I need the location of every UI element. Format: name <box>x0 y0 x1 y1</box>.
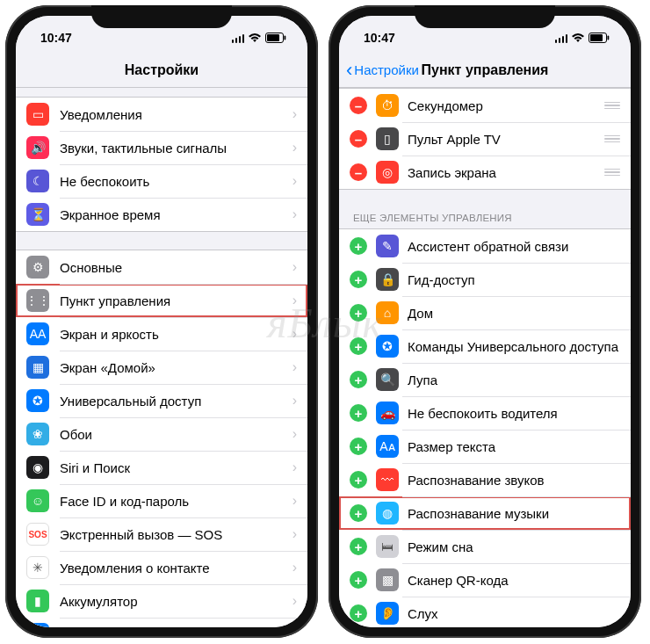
battery-icon: ▮ <box>26 590 49 612</box>
notch <box>415 5 555 28</box>
settings-row[interactable]: ✋Конфиденциальность› <box>16 618 307 627</box>
settings-row[interactable]: ☺Face ID и код-пароль› <box>16 484 307 517</box>
more-control-row[interactable]: +🛏Режим сна <box>339 530 631 563</box>
settings-row[interactable]: ⏳Экранное время› <box>16 198 307 231</box>
add-button[interactable]: + <box>350 571 367 589</box>
hearing-icon: 👂 <box>376 602 399 625</box>
row-label: Основные <box>60 260 292 275</box>
settings-row[interactable]: ✳Уведомления о контакте› <box>16 551 307 584</box>
cellular-icon <box>555 33 568 43</box>
chevron-right-icon: › <box>292 526 297 542</box>
accessibility-shortcut-icon: ✪ <box>376 335 399 358</box>
settings-row[interactable]: ▮Аккумулятор› <box>16 584 307 618</box>
settings-row[interactable]: ❀Обои› <box>16 417 307 451</box>
privacy-icon: ✋ <box>26 623 49 627</box>
svg-rect-4 <box>590 34 603 41</box>
chevron-right-icon: › <box>292 426 297 442</box>
add-button[interactable]: + <box>350 438 367 455</box>
add-button[interactable]: + <box>350 471 367 488</box>
add-button[interactable]: + <box>350 604 367 622</box>
remove-button[interactable]: – <box>350 97 367 114</box>
chevron-right-icon: › <box>292 626 297 627</box>
guided-access-icon: 🔒 <box>376 268 399 291</box>
add-button[interactable]: + <box>350 304 367 322</box>
add-button[interactable]: + <box>350 538 367 555</box>
settings-row[interactable]: ▭Уведомления› <box>16 98 307 131</box>
settings-row[interactable]: AAЭкран и яркость› <box>16 317 307 351</box>
included-control-row[interactable]: –⏱Секундомер <box>339 89 631 122</box>
dnd-icon: ☾ <box>26 170 49 192</box>
more-control-row[interactable]: +⌂Дом <box>339 296 631 329</box>
wifi-icon <box>571 33 585 43</box>
add-button[interactable]: + <box>350 237 367 255</box>
phone-left-frame: 10:47 Настройки ▭Уведомления›🔊Звуки, так… <box>5 5 318 638</box>
row-label: Распознавание звуков <box>408 473 620 488</box>
magnifier-icon: 🔍 <box>376 368 399 391</box>
more-control-row[interactable]: +🚗Не беспокоить водителя <box>339 396 631 430</box>
settings-row[interactable]: ▦Экран «Домой»› <box>16 351 307 384</box>
chevron-right-icon: › <box>292 293 297 308</box>
row-label: Лупа <box>408 373 620 387</box>
more-control-row[interactable]: +🔒Гид-доступ <box>339 263 631 296</box>
chevron-right-icon: › <box>292 393 297 409</box>
add-button[interactable]: + <box>350 337 367 355</box>
settings-list[interactable]: ▭Уведомления›🔊Звуки, тактильные сигналы›… <box>16 88 307 627</box>
remove-button[interactable]: – <box>350 163 367 181</box>
chevron-right-icon: › <box>292 560 297 575</box>
row-label: Уведомления о контакте <box>60 561 292 575</box>
settings-row[interactable]: 🔊Звуки, тактильные сигналы› <box>16 131 307 164</box>
row-label: Команды Универсального доступа <box>408 339 620 354</box>
svg-rect-1 <box>267 34 279 41</box>
reorder-handle-icon[interactable] <box>599 135 620 143</box>
more-control-row[interactable]: +✎Ассистент обратной связи <box>339 229 631 263</box>
nav-bar: Настройки <box>16 53 307 88</box>
more-control-row[interactable]: +🔍Лупа <box>339 363 631 396</box>
apple-tv-remote-icon: ▯ <box>376 127 399 150</box>
settings-row[interactable]: ☾Не беспокоить› <box>16 164 307 198</box>
stopwatch-icon: ⏱ <box>376 94 399 117</box>
more-control-row[interactable]: +✪Команды Универсального доступа <box>339 329 631 363</box>
add-button[interactable]: + <box>350 371 367 388</box>
screentime-icon: ⏳ <box>26 203 49 226</box>
display-icon: AA <box>26 322 49 345</box>
row-label: Экран «Домой» <box>60 360 292 375</box>
control-center-list[interactable]: –⏱Секундомер–▯Пульт Apple TV–◎Запись экр… <box>339 88 631 627</box>
phone-right-frame: 10:47 ‹ Настройки Пункт управления –⏱Сек… <box>329 5 641 638</box>
screen-record-icon: ◎ <box>376 161 399 184</box>
faceid-icon: ☺ <box>26 489 49 512</box>
reorder-handle-icon[interactable] <box>599 102 620 110</box>
sound-recognition-icon: 〰 <box>376 468 399 491</box>
settings-row[interactable]: ✪Универсальный доступ› <box>16 384 307 417</box>
chevron-right-icon: › <box>292 173 297 189</box>
nav-back-button[interactable]: ‹ Настройки <box>346 61 419 80</box>
more-control-row[interactable]: +👂Слух <box>339 597 631 627</box>
included-control-row[interactable]: –◎Запись экрана <box>339 156 631 189</box>
row-label: Конфиденциальность <box>60 627 292 628</box>
more-control-row[interactable]: +〰Распознавание звуков <box>339 463 631 496</box>
more-control-row[interactable]: +◍Распознавание музыки <box>339 496 631 530</box>
more-control-row[interactable]: +▩Сканер QR-кода <box>339 563 631 597</box>
row-label: Слух <box>408 606 620 621</box>
settings-row[interactable]: ⋮⋮Пункт управления› <box>16 284 307 317</box>
remove-button[interactable]: – <box>350 130 367 148</box>
phone-left-screen: 10:47 Настройки ▭Уведомления›🔊Звуки, так… <box>16 16 307 627</box>
settings-row[interactable]: ◉Siri и Поиск› <box>16 451 307 484</box>
more-control-row[interactable]: +AᴀРазмер текста <box>339 430 631 463</box>
dnd-driving-icon: 🚗 <box>376 402 399 424</box>
row-label: Экранное время <box>60 207 292 222</box>
add-button[interactable]: + <box>350 404 367 422</box>
settings-row[interactable]: ⚙Основные› <box>16 250 307 284</box>
add-button[interactable]: + <box>350 271 367 288</box>
row-label: Распознавание музыки <box>408 506 620 521</box>
wifi-icon <box>248 33 262 43</box>
exposure-icon: ✳ <box>26 556 49 579</box>
included-control-row[interactable]: –▯Пульт Apple TV <box>339 122 631 156</box>
feedback-icon: ✎ <box>376 235 399 257</box>
chevron-right-icon: › <box>292 493 297 509</box>
row-label: Не беспокоить водителя <box>408 406 620 421</box>
reorder-handle-icon[interactable] <box>599 169 620 177</box>
add-button[interactable]: + <box>350 504 367 522</box>
settings-row[interactable]: SOSЭкстренный вызов — SOS› <box>16 517 307 551</box>
chevron-right-icon: › <box>292 259 297 275</box>
row-label: Не беспокоить <box>60 174 292 189</box>
